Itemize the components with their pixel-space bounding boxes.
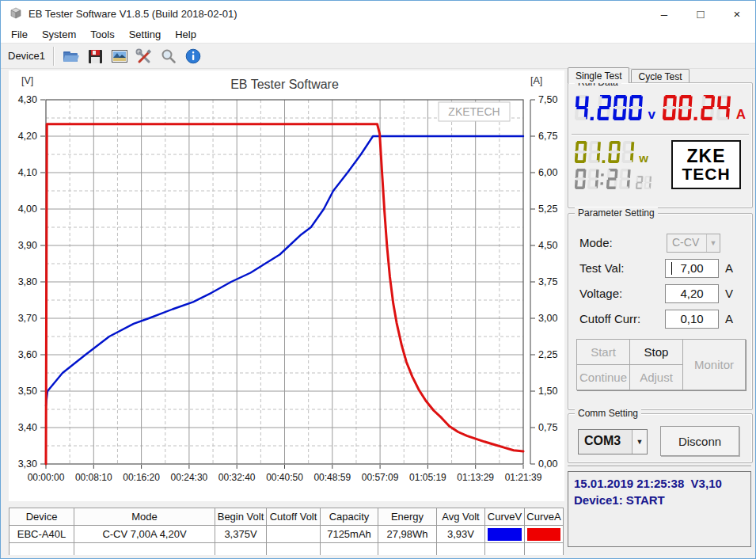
zoom-icon[interactable] [159,46,179,66]
time-display [575,169,633,189]
tools-icon[interactable] [135,46,154,66]
zketech-logo: ZKE TECH [671,140,741,189]
lcd-unit: A [736,109,746,120]
column-header: Energy [378,508,437,526]
chevron-down-icon[interactable]: ▼ [632,430,647,454]
svg-text:[V]: [V] [21,75,33,86]
svg-text:4,30: 4,30 [18,94,37,105]
menu-bar: FileSystemToolsSettingHelp [1,26,755,43]
svg-text:01:13:29: 01:13:29 [457,472,494,483]
svg-text:ZKETECH: ZKETECH [448,105,500,118]
voltage-unit: V [725,284,733,303]
comm-setting-group: Comm Setting COM3 ▼ Disconn [568,413,753,463]
table-cell [437,543,485,556]
svg-text:6,75: 6,75 [538,131,557,142]
test-val-input[interactable]: 7,00 [665,259,719,278]
adjust-button[interactable]: Adjust [630,365,682,390]
open-file-icon[interactable] [61,46,81,66]
cutoff-curr-input[interactable]: 0,10 [665,310,719,329]
svg-text:1,50: 1,50 [538,386,557,397]
column-header: Avg Volt [437,508,485,526]
parameter-setting-group: Parameter Setting Mode: C-CV ▼ Test Val:… [568,213,753,410]
svg-text:4,50: 4,50 [538,240,557,251]
svg-text:00:40:50: 00:40:50 [266,472,303,483]
window-title: EB Tester Software V1.8.5 (Build 2018-02… [28,8,237,20]
menu-item-setting[interactable]: Setting [122,28,168,41]
table-header-row: DeviceModeBegin VoltCutoff VoltCapacityE… [9,508,564,526]
results-table-wrap: DeviceModeBegin VoltCutoff VoltCapacityE… [9,508,564,555]
voltage-row: Voltage: 4,20 V [568,284,752,303]
run-data-divider [572,134,749,135]
cutoff-curr-unit: A [725,310,733,329]
control-buttons: StartStopContinueAdjustMonitor [576,339,746,390]
table-cell: EBC-A40L [9,526,74,543]
continue-button[interactable]: Continue [577,365,629,390]
toolbar-separator [53,47,55,66]
save-icon[interactable] [85,46,105,66]
svg-text:01:21:39: 01:21:39 [505,472,542,483]
mode-select[interactable]: C-CV ▼ [667,234,720,253]
column-header: Capacity [321,508,378,526]
test-val-row: Test Val: 7,00 A [568,259,752,278]
test-val-value: 7,00 [680,261,703,275]
lcd-row-time [575,169,654,189]
disconnect-button[interactable]: Disconn [660,426,739,456]
svg-text:6,00: 6,00 [538,167,557,178]
table-cell [525,526,564,543]
run-data-group: Run Data v A w ZKE TECH [568,82,753,208]
device-label[interactable]: Device1 [1,50,53,62]
maximize-button[interactable]: □ [682,1,719,26]
table-row[interactable]: EBC-A40LC-CV 7,00A 4,20V3,375V7125mAh27,… [9,526,564,543]
table-cell: 27,98Wh [378,526,437,543]
table-cell: 7125mAh [321,526,378,543]
start-button[interactable]: Start [577,340,629,364]
test-val-unit: A [725,259,733,278]
table-cell [267,543,321,556]
menu-item-help[interactable]: Help [168,28,203,41]
tab-cycle-test[interactable]: Cycle Test [631,69,689,83]
svg-text:01:05:19: 01:05:19 [409,472,446,483]
svg-text:5,25: 5,25 [538,203,557,215]
comm-setting-title: Comm Setting [575,408,641,419]
test-val-label: Test Val: [579,259,624,278]
lcd-row-power: w [575,141,648,163]
table-cell: 3,375V [215,526,267,543]
export-image-icon[interactable] [110,46,130,66]
table-cell: 3,93V [437,526,485,543]
svg-text:00:32:40: 00:32:40 [218,472,256,483]
svg-text:00:57:09: 00:57:09 [362,472,399,483]
close-button[interactable]: × [719,1,755,26]
cutoff-curr-row: Cutoff Curr: 0,10 A [568,310,752,329]
svg-text:3,70: 3,70 [18,313,37,324]
column-header: Mode [74,508,215,526]
svg-text:3,00: 3,00 [538,313,557,324]
curve-a-swatch [527,528,560,541]
stop-button[interactable]: Stop [630,340,682,364]
menu-item-file[interactable]: File [4,28,35,41]
about-info-icon[interactable] [184,46,203,66]
svg-text:00:24:30: 00:24:30 [171,472,208,483]
power-display: w [575,141,648,163]
table-cell [9,543,74,556]
voltage-input[interactable]: 4,20 [665,284,719,303]
table-row-empty [9,543,564,556]
svg-text:[A]: [A] [530,75,542,86]
minimize-button[interactable]: – [646,1,682,26]
menu-item-system[interactable]: System [35,28,83,41]
mode-label: Mode: [579,234,613,253]
svg-text:7,50: 7,50 [538,94,557,105]
table-cell [378,543,437,556]
chevron-down-icon[interactable]: ▼ [706,234,720,252]
svg-text:00:16:20: 00:16:20 [123,472,160,483]
com-port-select[interactable]: COM3 ▼ [578,429,648,454]
monitor-button[interactable]: Monitor [683,340,745,390]
column-header: Cutoff Volt [267,508,321,526]
results-table: DeviceModeBegin VoltCutoff VoltCapacityE… [9,508,564,555]
menu-item-tools[interactable]: Tools [83,28,121,41]
cutoff-curr-value: 0,10 [680,312,703,325]
column-header: CurveA [525,508,564,526]
current-display: A [663,95,746,120]
voltage-display: v [575,95,655,120]
tab-single-test[interactable]: Single Test [568,67,629,83]
chart-panel: ZKETECH4,304,204,104,003,903,803,703,603… [9,70,564,501]
